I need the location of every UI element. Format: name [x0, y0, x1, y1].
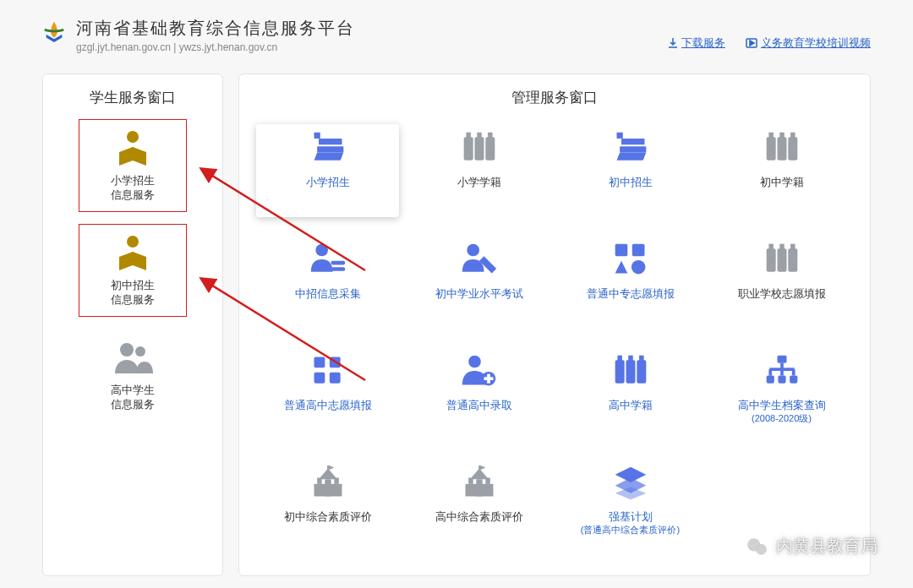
admin-label: 普通高中志愿填报	[284, 398, 372, 413]
admin-item-5[interactable]: 初中学业水平考试	[407, 236, 550, 329]
svg-marker-49	[750, 41, 754, 46]
page-title: 河南省基础教育综合信息服务平台	[76, 17, 355, 40]
admin-sublabel: (普通高中综合素质评价)	[581, 525, 680, 536]
hierarchy-icon	[760, 352, 804, 389]
admin-item-8[interactable]: 普通高中志愿填报	[256, 347, 399, 440]
admin-item-2[interactable]: 初中招生	[559, 124, 702, 217]
shapes-icon	[609, 241, 653, 278]
download-icon	[668, 38, 678, 48]
admin-label: 高中综合素质评价	[435, 509, 523, 525]
books-icon	[609, 129, 653, 166]
video-icon	[746, 38, 757, 48]
student-item-2[interactable]: 高中学生信息服务	[79, 329, 187, 422]
school-icon	[306, 464, 350, 501]
video-link[interactable]: 义务教育学校培训视频	[746, 35, 871, 51]
student-icon	[112, 338, 153, 378]
admin-label: 普通高中录取	[446, 398, 512, 413]
admin-label: 职业学校志愿填报	[738, 286, 826, 302]
student-label-line1: 初中招生	[111, 279, 155, 293]
admin-item-7[interactable]: 职业学校志愿填报	[710, 236, 853, 329]
user-add-icon	[457, 352, 501, 389]
admin-label: 强基计划	[609, 509, 653, 525]
admin-item-11[interactable]: 高中学生档案查询(2008-2020级)	[710, 347, 853, 440]
admin-item-4[interactable]: 中招信息采集	[256, 236, 399, 329]
grid4-icon	[306, 352, 350, 389]
admin-item-1[interactable]: 小学学籍	[407, 124, 550, 217]
page-subtitle: gzgl.jyt.henan.gov.cn | ywzs.jyt.henan.g…	[76, 41, 355, 53]
student-icon	[112, 233, 153, 274]
admin-item-9[interactable]: 普通高中录取	[407, 347, 550, 440]
student-item-1[interactable]: 初中招生信息服务	[79, 224, 187, 317]
student-panel-title: 学生服务窗口	[55, 88, 210, 107]
admin-item-6[interactable]: 普通中专志愿填报	[559, 236, 702, 329]
admin-panel: 管理服务窗口 小学招生小学学籍初中招生初中学籍中招信息采集初中学业水平考试普通中…	[238, 74, 871, 576]
admin-label: 初中学业水平考试	[435, 286, 523, 302]
layers-icon	[609, 464, 653, 501]
logo-icon	[42, 19, 66, 42]
user-edit-icon	[457, 241, 501, 278]
admin-label: 普通中专志愿填报	[587, 286, 675, 302]
admin-label: 初中招生	[609, 175, 653, 190]
admin-item-0[interactable]: 小学招生	[256, 124, 399, 217]
main-panels: 学生服务窗口 小学招生信息服务初中招生信息服务高中学生信息服务 管理服务窗口 小…	[42, 74, 871, 576]
student-item-0[interactable]: 小学招生信息服务	[79, 119, 187, 212]
admin-item-12[interactable]: 初中综合素质评价	[256, 459, 399, 552]
admin-label: 高中学生档案查询	[738, 398, 826, 413]
header-left: 河南省基础教育综合信息服务平台 gzgl.jyt.henan.gov.cn | …	[42, 17, 355, 53]
binders-icon	[760, 129, 804, 166]
admin-item-14[interactable]: 强基计划(普通高中综合素质评价)	[559, 459, 702, 552]
admin-sublabel: (2008-2020级)	[752, 413, 812, 425]
title-block: 河南省基础教育综合信息服务平台 gzgl.jyt.henan.gov.cn | …	[76, 17, 355, 53]
admin-label: 小学招生	[306, 175, 350, 190]
header-links: 下载服务 义务教育学校培训视频	[668, 35, 871, 51]
school-icon	[457, 464, 501, 501]
download-link[interactable]: 下载服务	[668, 35, 725, 51]
download-label: 下载服务	[681, 35, 725, 51]
admin-panel-title: 管理服务窗口	[251, 88, 858, 107]
student-icon	[112, 128, 153, 169]
admin-item-10[interactable]: 高中学籍	[559, 347, 702, 440]
binders-icon	[609, 352, 653, 389]
admin-label: 初中学籍	[760, 175, 804, 190]
admin-grid: 小学招生小学学籍初中招生初中学籍中招信息采集初中学业水平考试普通中专志愿填报职业…	[251, 119, 858, 560]
student-panel: 学生服务窗口 小学招生信息服务初中招生信息服务高中学生信息服务	[42, 74, 223, 576]
student-label-line2: 信息服务	[111, 188, 155, 203]
user-list-icon	[306, 241, 350, 278]
video-label: 义务教育学校培训视频	[761, 35, 871, 51]
binders-icon	[457, 129, 501, 166]
student-label-line2: 信息服务	[111, 398, 155, 412]
student-label-line1: 高中学生	[111, 384, 155, 398]
admin-item-13[interactable]: 高中综合素质评价	[407, 459, 550, 552]
admin-label: 小学学籍	[457, 175, 501, 190]
admin-label: 初中综合素质评价	[284, 509, 372, 525]
binders-icon	[760, 241, 804, 278]
student-list: 小学招生信息服务初中招生信息服务高中学生信息服务	[55, 119, 210, 422]
admin-label: 中招信息采集	[295, 286, 361, 302]
admin-item-3[interactable]: 初中学籍	[710, 124, 853, 217]
books-icon	[306, 129, 350, 166]
admin-label: 高中学籍	[609, 398, 653, 413]
student-label-line2: 信息服务	[111, 293, 155, 308]
page-header: 河南省基础教育综合信息服务平台 gzgl.jyt.henan.gov.cn | …	[42, 17, 871, 53]
student-label-line1: 小学招生	[111, 174, 155, 188]
